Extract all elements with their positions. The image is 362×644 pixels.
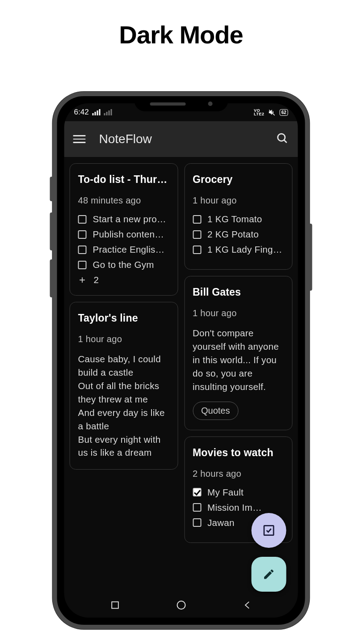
note-body: Cause baby, I could build a castle Out o… [78, 352, 170, 459]
checklist-item[interactable]: 1 KG Lady Fing… [193, 244, 284, 255]
app-title: NoteFlow [99, 132, 276, 146]
svg-line-1 [284, 140, 287, 143]
checkbox-icon[interactable] [193, 503, 201, 512]
nav-bar [64, 594, 298, 618]
note-card[interactable]: Grocery1 hour ago1 KG Tomato2 KG Potato1… [184, 163, 293, 270]
note-timestamp: 1 hour ago [78, 334, 170, 344]
nav-recent-icon[interactable] [110, 600, 120, 612]
nav-home-icon[interactable] [176, 600, 186, 612]
checkbox-icon[interactable] [193, 518, 201, 527]
checkbox-icon[interactable] [78, 246, 87, 254]
checkbox-icon[interactable] [78, 230, 87, 239]
checklist-label: 1 KG Tomato [207, 214, 262, 225]
checklist-item[interactable]: 1 KG Tomato [193, 214, 284, 225]
checklist-label: Publish conten… [93, 229, 164, 240]
checkbox-icon[interactable] [193, 488, 201, 496]
checklist-label: Practice Englis… [93, 244, 165, 255]
checklist-item[interactable]: 2 KG Potato [193, 229, 284, 240]
checklist-fab[interactable] [252, 513, 286, 548]
page-title: Dark Mode [0, 0, 362, 49]
checklist-label: 2 KG Potato [207, 229, 259, 240]
note-body: Don't compare yourself with anyone in th… [193, 326, 284, 394]
note-title: To-do list - Thur… [78, 174, 170, 186]
checkbox-icon[interactable] [193, 215, 201, 224]
status-time: 6:42 [74, 108, 89, 117]
menu-icon[interactable] [73, 135, 86, 143]
screen: 6:42 VO LTE2 62 [64, 103, 298, 618]
checkbox-icon[interactable] [193, 246, 201, 254]
signal-icon [93, 109, 101, 115]
svg-point-0 [278, 134, 285, 141]
tag-chip[interactable]: Quotes [193, 402, 238, 420]
note-title: Bill Gates [193, 286, 284, 298]
volte-icon: VO LTE2 [254, 109, 264, 116]
checkbox-icon[interactable] [78, 215, 87, 224]
notch [134, 96, 228, 111]
side-button [50, 177, 54, 201]
more-items[interactable]: +2 [78, 275, 170, 285]
checklist-item[interactable]: Mission Im… [193, 502, 284, 513]
power-button [309, 224, 312, 291]
phone-frame: 6:42 VO LTE2 62 [53, 92, 310, 629]
note-card[interactable]: Taylor's line1 hour agoCause baby, I cou… [70, 302, 178, 470]
app-bar: NoteFlow [64, 121, 298, 157]
svg-point-4 [177, 601, 185, 609]
note-timestamp: 1 hour ago [193, 308, 284, 318]
plus-icon: + [78, 275, 87, 285]
note-timestamp: 48 minutes ago [78, 195, 170, 206]
note-card[interactable]: Bill Gates1 hour agoDon't compare yourse… [184, 276, 293, 430]
signal-icon [104, 109, 112, 115]
svg-rect-2 [264, 525, 274, 535]
checklist-label: Mission Im… [207, 502, 262, 513]
checklist-label: My Fault [207, 487, 244, 498]
volume-down-button [50, 259, 54, 297]
battery-icon: 62 [279, 109, 288, 116]
more-count: 2 [94, 275, 99, 285]
note-card[interactable]: To-do list - Thur…48 minutes agoStart a … [70, 163, 178, 296]
checklist-item[interactable]: Publish conten… [78, 229, 170, 240]
checklist-label: Start a new pro… [93, 214, 166, 225]
checklist-label: Go to the Gym [93, 259, 154, 270]
note-timestamp: 2 hours ago [193, 469, 284, 479]
checklist-label: 1 KG Lady Fing… [207, 244, 282, 255]
nav-back-icon[interactable] [242, 600, 252, 612]
edit-fab[interactable] [252, 557, 286, 592]
note-title: Grocery [193, 174, 284, 186]
checklist-item[interactable]: Go to the Gym [78, 259, 170, 270]
checkbox-icon[interactable] [193, 230, 201, 239]
notes-grid: To-do list - Thur…48 minutes agoStart a … [64, 157, 298, 549]
note-title: Movies to watch [193, 447, 284, 459]
mute-icon [267, 108, 276, 116]
checkbox-icon[interactable] [78, 261, 87, 269]
note-title: Taylor's line [78, 312, 170, 324]
checklist-label: Jawan [207, 517, 235, 528]
checklist-item[interactable]: Practice Englis… [78, 244, 170, 255]
checklist-item[interactable]: Start a new pro… [78, 214, 170, 225]
svg-rect-3 [112, 602, 118, 609]
note-timestamp: 1 hour ago [193, 195, 284, 206]
checklist-item[interactable]: My Fault [193, 487, 284, 498]
volume-up-button [50, 212, 54, 250]
search-icon[interactable] [276, 131, 289, 147]
